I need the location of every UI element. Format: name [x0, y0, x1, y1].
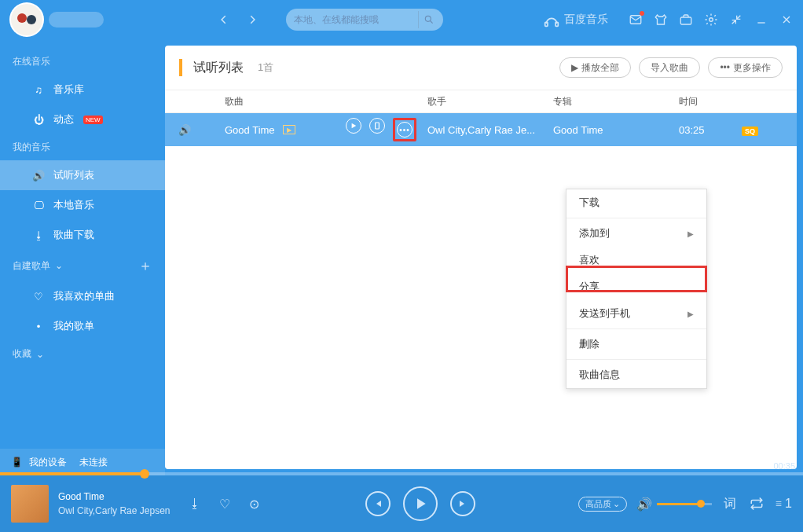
album-art[interactable]	[11, 485, 49, 523]
monitor-icon: 🖵	[31, 200, 46, 211]
player-bar: 00:35 Good Time Owl City,Carly Rae Jepse…	[0, 475, 803, 532]
ctx-send-phone[interactable]: 发送到手机▶	[566, 300, 706, 327]
skin-icon[interactable]	[654, 13, 668, 27]
brand[interactable]: 百度音乐	[544, 12, 608, 28]
sidebar-item-preview[interactable]: 🔊试听列表	[0, 160, 165, 190]
play-icon: ▶	[571, 62, 578, 73]
table-header: 歌曲 歌手 专辑 时间	[165, 90, 797, 113]
mini-mode-icon[interactable]	[729, 13, 743, 27]
new-badge: NEW	[83, 116, 103, 124]
ctx-info[interactable]: 歌曲信息	[566, 361, 706, 388]
song-title: Good Time	[225, 124, 275, 136]
device-status: 未连接	[79, 456, 108, 469]
highlight-more: •••	[393, 118, 416, 141]
sidebar-item-myplaylist[interactable]: •我的歌单	[0, 311, 165, 341]
more-actions-button[interactable]: •••更多操作	[708, 57, 783, 78]
chevron-right-icon: ▶	[688, 310, 694, 318]
sidebar-group-custom[interactable]: 自建歌单⌄＋	[0, 250, 165, 281]
chevron-down-icon: ⌄	[36, 349, 44, 360]
song-album[interactable]: Good Time	[553, 124, 679, 136]
sidebar-item-label: 试听列表	[53, 168, 94, 182]
loop-button[interactable]	[748, 495, 765, 512]
search-button[interactable]	[418, 11, 438, 28]
sidebar-item-label: 我的歌单	[53, 319, 94, 333]
ctx-share[interactable]: 分享	[566, 273, 706, 300]
sidebar-item-liked[interactable]: ♡我喜欢的单曲	[0, 281, 165, 311]
ctx-add-to[interactable]: 添加到▶	[566, 220, 706, 247]
progress-bar[interactable]	[0, 472, 803, 475]
row-more-button[interactable]: •••	[397, 122, 412, 138]
phone-icon: 📱	[11, 457, 23, 468]
svg-point-8	[710, 18, 713, 22]
row-device-button[interactable]	[369, 118, 385, 134]
row-play-button[interactable]	[346, 118, 361, 134]
context-menu: 下载 添加到▶ 喜欢 分享 发送到手机▶ 删除 歌曲信息	[566, 189, 707, 389]
sidebar-item-feed[interactable]: ⏻动态NEW	[0, 105, 165, 134]
svg-point-1	[17, 13, 27, 23]
sidebar-item-library[interactable]: ♫音乐库	[0, 75, 165, 105]
song-artist[interactable]: Owl City,Carly Rae Je...	[427, 124, 553, 136]
svg-rect-9	[376, 123, 380, 129]
svg-rect-7	[680, 17, 691, 24]
search-input[interactable]	[294, 14, 418, 25]
col-time[interactable]: 时间	[679, 95, 742, 108]
minimize-icon[interactable]	[754, 13, 768, 27]
col-artist[interactable]: 歌手	[427, 95, 553, 108]
device-label: 我的设备	[29, 456, 67, 469]
power-icon: ⏻	[31, 114, 46, 126]
sidebar-group-online: 在线音乐	[0, 49, 165, 75]
sidebar-item-label: 音乐库	[53, 83, 84, 97]
chevron-right-icon: ▶	[688, 229, 694, 238]
next-button[interactable]	[450, 491, 475, 516]
sidebar-item-local[interactable]: 🖵本地音乐	[0, 190, 165, 220]
ctx-delete[interactable]: 删除	[566, 331, 706, 358]
song-count: 1首	[258, 61, 273, 75]
settings-icon[interactable]	[704, 13, 718, 27]
sidebar-group-mine: 我的音乐	[0, 134, 165, 160]
music-note-icon: ♫	[31, 84, 46, 96]
player-more-icon[interactable]: ⊙	[246, 495, 263, 512]
forward-button[interactable]	[242, 9, 262, 30]
sidebar-item-label: 动态	[53, 112, 74, 127]
now-playing-artist[interactable]: Owl City,Carly Rae Jepsen	[58, 504, 170, 518]
queue-button[interactable]: 1	[775, 495, 792, 512]
song-duration: 03:25	[679, 124, 742, 136]
sidebar-group-fav[interactable]: 收藏⌄	[0, 341, 165, 367]
queue-count: 1	[785, 497, 792, 511]
sidebar-item-download[interactable]: ⭳歌曲下载	[0, 220, 165, 250]
speaker-icon: 🔊	[31, 170, 46, 182]
toolbox-icon[interactable]	[679, 13, 693, 27]
now-playing-title[interactable]: Good Time	[58, 490, 170, 504]
player-like-icon[interactable]: ♡	[216, 495, 233, 512]
svg-point-3	[425, 16, 431, 21]
search-box	[286, 9, 443, 31]
play-button[interactable]	[403, 486, 438, 521]
play-all-button[interactable]: ▶播放全部	[559, 57, 631, 78]
prev-button[interactable]	[365, 491, 390, 516]
sidebar: 在线音乐 ♫音乐库 ⏻动态NEW 我的音乐 🔊试听列表 🖵本地音乐 ⭳歌曲下载 …	[0, 39, 165, 475]
quality-selector[interactable]: 高品质⌄	[578, 497, 627, 512]
add-playlist-button[interactable]: ＋	[138, 256, 152, 275]
mail-icon[interactable]	[629, 13, 643, 27]
import-button[interactable]: 导入歌曲	[639, 57, 700, 78]
ctx-like[interactable]: 喜欢	[566, 247, 706, 273]
page-title: 试听列表	[193, 60, 244, 76]
col-song[interactable]: 歌曲	[204, 95, 427, 108]
back-button[interactable]	[214, 9, 234, 30]
ctx-download[interactable]: 下载	[566, 189, 706, 216]
lyrics-button[interactable]: 词	[721, 495, 739, 512]
svg-rect-4	[545, 22, 548, 26]
heart-icon: ♡	[31, 291, 46, 303]
mv-badge[interactable]: ▶	[283, 125, 295, 134]
svg-rect-5	[556, 22, 558, 26]
table-row[interactable]: 🔊 Good Time ▶ ••• Owl City,Carly Rae Je.…	[165, 113, 797, 146]
sidebar-item-label: 本地音乐	[53, 198, 94, 212]
chevron-down-icon: ⌄	[55, 260, 63, 271]
close-icon[interactable]	[779, 13, 794, 27]
volume-control[interactable]: 🔊	[636, 497, 712, 512]
col-album[interactable]: 专辑	[553, 95, 679, 108]
avatar[interactable]	[9, 2, 44, 37]
player-download-icon[interactable]: ⭳	[186, 495, 204, 512]
main-panel: 试听列表 1首 ▶播放全部 导入歌曲 •••更多操作 歌曲 歌手 专辑 时间 🔊	[165, 46, 797, 469]
user-badge[interactable]	[49, 12, 104, 28]
